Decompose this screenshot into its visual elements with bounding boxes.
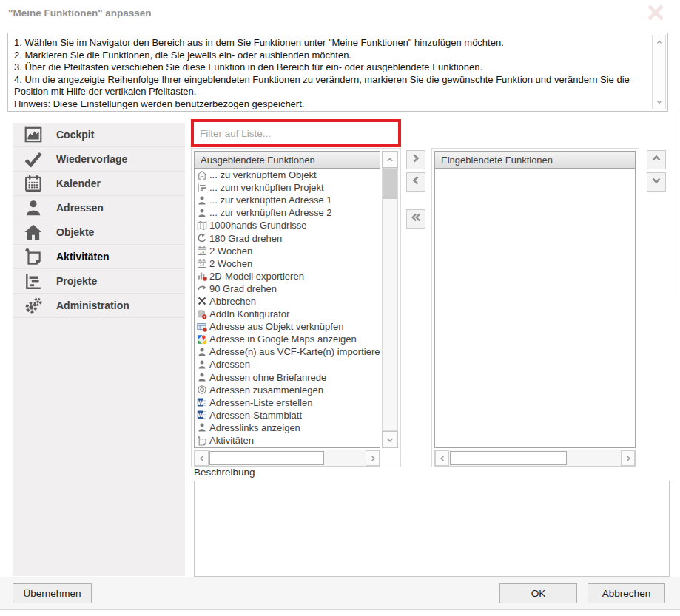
shown-functions-header: Eingeblendete Funktionen (434, 151, 636, 169)
sidebar-item-label: Kalender (56, 177, 101, 189)
rotate-cw-icon (196, 283, 207, 294)
shown-list-horizontal-scrollbar[interactable] (434, 450, 636, 467)
hidden-functions-group: Ausgeblendete Funktionen ... zu verknüpf… (191, 148, 401, 467)
instruction-line: Hinweis: Diese Einstellungen werden benu… (14, 98, 648, 111)
list-item[interactable]: Adressen ohne Briefanrede (195, 371, 380, 384)
list-item-label: ... zu verknüpftem Objekt (209, 169, 317, 180)
list-item[interactable]: 90 Grad drehen (195, 282, 380, 295)
scrollbar-thumb[interactable] (383, 169, 397, 199)
person-icon (196, 422, 207, 433)
list-item[interactable]: Adresse aus Objekt verknüpfen (195, 320, 380, 333)
instruction-line: 2. Markieren Sie die Funktionen, die Sie… (14, 50, 648, 62)
move-right-button[interactable] (406, 150, 425, 169)
person-icon (23, 198, 44, 217)
list-item-label: 90 Grad drehen (209, 283, 277, 294)
scroll-right-button[interactable] (366, 450, 380, 466)
footer-bar: Übernehmen OK Abbrechen (0, 577, 680, 610)
ok-button[interactable]: OK (499, 583, 577, 603)
list-item[interactable]: 142 Wochen (195, 245, 380, 257)
person-icon (196, 347, 207, 357)
list-item[interactable]: ... zur verknüpften Adresse 1 (195, 194, 380, 206)
scrollbar-thumb[interactable] (450, 451, 567, 465)
close-button[interactable] (643, 1, 668, 27)
calendar-2w-icon: 14 (196, 246, 207, 256)
list-item[interactable]: Aktivitäten (195, 434, 380, 447)
list-item[interactable]: 2D-Modell exportieren (195, 270, 380, 282)
chevron-right-icon (411, 153, 421, 166)
sidebar-item-kalender[interactable]: Kalender (13, 172, 185, 196)
hidden-functions-header: Ausgeblendete Funktionen (194, 151, 380, 169)
instructions-scrollbar[interactable] (652, 35, 666, 109)
list-item[interactable]: Adresse(n) aus VCF-Karte(n) importiere (195, 345, 380, 358)
list-item[interactable]: Adressen (195, 358, 380, 370)
shown-functions-list[interactable] (434, 169, 636, 448)
list-item[interactable]: 1000hands Grundrisse (195, 219, 380, 231)
move-up-button[interactable] (647, 150, 666, 169)
scroll-left-button[interactable] (435, 450, 449, 466)
list-item-label: Adressen-Liste erstellen (209, 397, 312, 408)
scroll-left-button[interactable] (195, 450, 209, 466)
list-item[interactable]: Adresse in Google Maps anzeigen (195, 333, 380, 345)
list-item[interactable]: Abbrechen (195, 295, 380, 308)
move-all-left-button[interactable] (406, 209, 425, 229)
hidden-list-horizontal-scrollbar[interactable] (194, 450, 380, 467)
check-icon (23, 149, 44, 169)
note-icon (196, 436, 207, 446)
shown-functions-group: Eingeblendete Funktionen (431, 148, 639, 467)
list-item-label: Adresse in Google Maps anzeigen (209, 334, 357, 345)
building-export-icon (196, 271, 207, 281)
instruction-line: 1. Wählen Sie im Navigator den Bereich a… (14, 37, 648, 50)
list-item[interactable]: Adressen zusammenlegen (195, 384, 380, 396)
sidebar-item-label: Aktivitäten (56, 251, 110, 263)
sidebar-item-administration[interactable]: Administration (13, 294, 185, 318)
sidebar-item-adressen[interactable]: Adressen (13, 196, 185, 220)
list-item[interactable]: 180 Grad drehen (195, 231, 380, 244)
object-link-icon (196, 322, 207, 332)
move-left-button[interactable] (406, 172, 425, 192)
sidebar-item-cockpit[interactable]: Cockpit (13, 123, 185, 147)
filter-input[interactable] (194, 122, 398, 144)
list-item-label: Adresse aus Objekt verknüpfen (209, 321, 343, 332)
scroll-down-button[interactable] (382, 431, 398, 448)
sidebar-item-projekte[interactable]: Projekte (13, 269, 185, 294)
scrollbar-track[interactable] (382, 168, 398, 431)
list-item-label: Adressen (209, 359, 250, 370)
svg-text:14: 14 (199, 263, 204, 267)
scroll-down-icon[interactable] (653, 97, 665, 107)
close-icon (644, 1, 667, 27)
move-down-button[interactable] (647, 172, 666, 192)
chevron-up-icon (651, 153, 662, 166)
list-item-label: Abbrechen (209, 296, 256, 307)
chevron-left-icon (411, 175, 421, 189)
list-item[interactable]: WAdressen-Liste erstellen (195, 396, 380, 409)
list-item[interactable]: ... zum verknüpften Projekt (195, 181, 380, 194)
map-icon (196, 220, 207, 231)
addin-icon (196, 309, 207, 319)
hidden-list-vertical-scrollbar[interactable] (382, 151, 398, 448)
scrollbar-thumb[interactable] (209, 451, 324, 465)
sidebar-item-aktivitäten[interactable]: Aktivitäten (13, 245, 185, 269)
hidden-functions-list[interactable]: ... zu verknüpftem Objekt... zum verknüp… (194, 169, 380, 448)
apply-button[interactable]: Übernehmen (13, 583, 92, 603)
person-icon (196, 208, 207, 218)
svg-text:14: 14 (199, 250, 204, 254)
gears-icon (23, 296, 44, 315)
scroll-up-icon[interactable] (653, 37, 665, 47)
description-label: Beschreibung (194, 467, 255, 478)
scroll-up-button[interactable] (382, 151, 398, 168)
sidebar-item-wiedervorlage[interactable]: Wiedervorlage (13, 147, 185, 172)
cancel-button[interactable]: Abbrechen (588, 583, 665, 603)
list-item[interactable]: AddIn Konfigurator (195, 308, 380, 320)
sidebar-item-label: Wiedervorlage (56, 153, 127, 165)
list-item[interactable]: ... zu verknüpftem Objekt (195, 169, 380, 181)
list-item[interactable]: Adresslinks anzeigen (195, 422, 380, 434)
list-item-label: Adressen ohne Briefanrede (209, 372, 326, 383)
sidebar-item-objekte[interactable]: Objekte (13, 220, 185, 245)
list-item[interactable]: WAdressen-Stammblatt (195, 409, 380, 422)
list-item[interactable]: 142 Wochen (195, 257, 380, 270)
list-item[interactable]: ... zur verknüpften Adresse 2 (195, 206, 380, 219)
scroll-right-button[interactable] (621, 450, 635, 466)
list-item-label: 2 Wochen (209, 246, 252, 257)
cockpit-chart-icon (23, 125, 44, 144)
note-pin-icon (23, 247, 44, 266)
